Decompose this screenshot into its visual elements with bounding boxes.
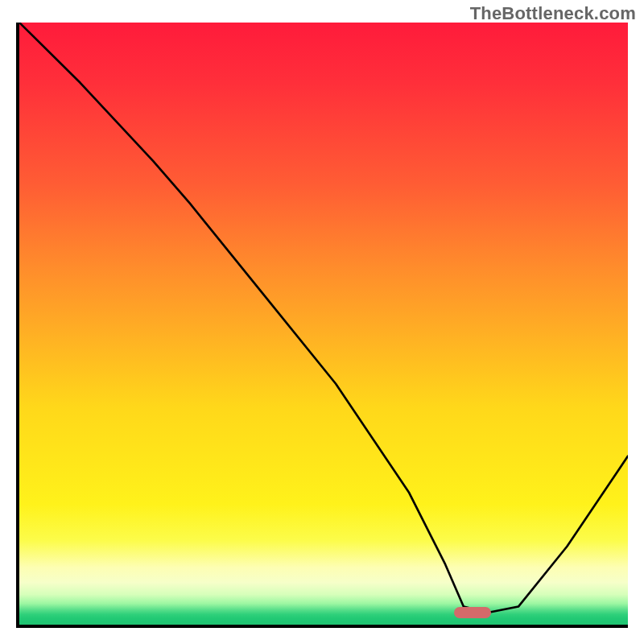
chart-container: TheBottleneck.com bbox=[0, 0, 644, 644]
plot-area bbox=[16, 23, 628, 628]
watermark-text: TheBottleneck.com bbox=[470, 3, 636, 24]
bottleneck-curve bbox=[19, 23, 628, 625]
optimal-marker bbox=[454, 607, 491, 618]
